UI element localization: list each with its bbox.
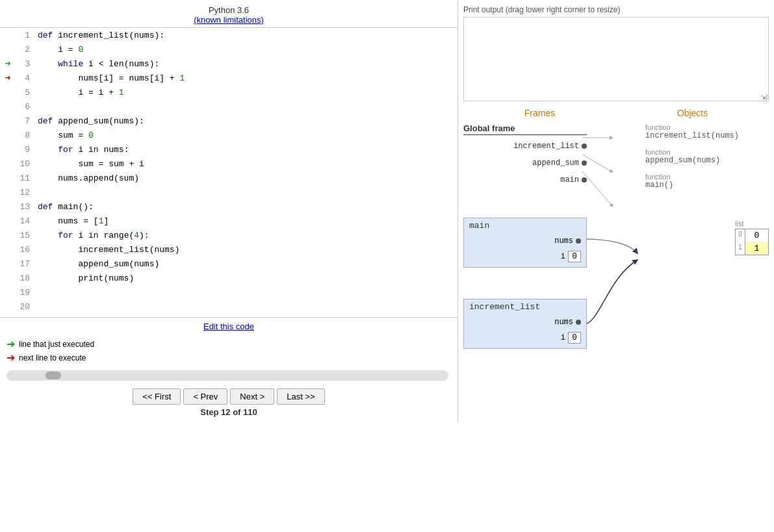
main-frame-title: main (469, 221, 581, 231)
line-code-8: sum = 0 (35, 128, 458, 142)
visualization-area: Global frame increment_list append_sum m… (463, 123, 769, 417)
line-arrow-13 (0, 199, 16, 214)
line-arrow-11 (0, 171, 16, 185)
code-area: 1def increment_list(nums):2 i = 0➔3 whil… (0, 27, 458, 318)
global-dot-1 (582, 160, 587, 166)
line-code-20 (35, 299, 458, 314)
line-arrow-3: ➔ (0, 57, 16, 71)
line-code-10: sum = sum + i (35, 157, 458, 171)
object-item-2: function main() (645, 173, 769, 190)
line-code-13: def main(): (35, 199, 458, 214)
line-num-17: 17 (16, 257, 35, 271)
line-num-8: 8 (16, 128, 35, 142)
global-var-append-sum: append_sum (532, 158, 579, 168)
scrollbar-track[interactable] (6, 370, 448, 381)
global-frame-row-0: increment_list (463, 138, 587, 155)
object-item-0: function increment_list(nums) (645, 123, 769, 140)
obj-type-1: function (645, 148, 769, 156)
legend-green: ➔ line that just executed (6, 338, 451, 350)
list-value-1: 1 (745, 242, 768, 255)
main-nums-dot (576, 238, 581, 244)
line-arrow-19 (0, 285, 16, 299)
line-code-12 (35, 185, 458, 199)
main-var-i-value: 0 (568, 251, 581, 262)
line-code-2: i = 0 (35, 42, 458, 57)
green-legend-label: line that just executed (19, 340, 94, 349)
main-frame-box: main nums i 0 (463, 218, 587, 268)
python-title: Python 3.6 (known limitations) (0, 0, 458, 27)
global-frame-row-2: main (463, 171, 587, 188)
list-value-0: 0 (745, 229, 768, 242)
edit-this-code-link[interactable]: Edit this code (203, 322, 254, 331)
scrollbar-area (0, 368, 458, 383)
global-frame-box: Global frame increment_list append_sum m… (463, 123, 587, 188)
limitations-link[interactable]: (known limitations) (194, 15, 264, 25)
line-num-6: 6 (16, 99, 35, 114)
green-arrow-icon: ➔ (6, 338, 15, 350)
resize-handle-icon[interactable]: ↘ (760, 93, 767, 99)
frames-objects: Frames Objects (463, 108, 769, 417)
frames-label: Frames (524, 108, 555, 118)
print-output-label: Print output (drag lower right corner to… (463, 5, 769, 14)
line-code-19 (35, 285, 458, 299)
line-arrow-5 (0, 85, 16, 99)
scrollbar-thumb[interactable] (45, 372, 61, 379)
inc-frame-box: increment_list nums i 0 (463, 299, 587, 349)
edit-link-container: Edit this code (0, 318, 458, 335)
global-var-increment-list: increment_list (513, 142, 579, 151)
last-button[interactable]: Last >> (277, 388, 324, 405)
next-button[interactable]: Next > (230, 388, 274, 405)
list-type-label: list (735, 220, 769, 227)
line-num-13: 13 (16, 199, 35, 214)
line-num-20: 20 (16, 299, 35, 314)
line-num-5: 5 (16, 85, 35, 99)
red-legend-label: next line to execute (19, 353, 86, 362)
line-code-16: increment_list(nums) (35, 242, 458, 257)
obj-name-1: append_sum(nums) (645, 156, 769, 165)
line-code-9: for i in nums: (35, 142, 458, 157)
line-arrow-7 (0, 114, 16, 128)
line-num-16: 16 (16, 242, 35, 257)
line-arrow-16 (0, 242, 16, 257)
line-arrow-21 (0, 314, 16, 318)
inc-var-i-label: i (561, 333, 565, 342)
obj-type-2: function (645, 173, 769, 181)
inc-frame-title: increment_list (469, 302, 581, 312)
global-frame-title: Global frame (463, 123, 587, 135)
line-num-4: 4 (16, 71, 35, 85)
line-arrow-8 (0, 128, 16, 142)
line-num-11: 11 (16, 171, 35, 185)
svg-line-1 (582, 155, 613, 172)
line-code-18: print(nums) (35, 271, 458, 285)
first-button[interactable]: << First (133, 388, 181, 405)
main-var-i-label: i (561, 252, 565, 261)
line-arrow-18 (0, 271, 16, 285)
green-arrow-icon: ➔ (5, 58, 11, 70)
line-num-18: 18 (16, 271, 35, 285)
line-code-6 (35, 99, 458, 114)
line-num-19: 19 (16, 285, 35, 299)
line-arrow-20 (0, 299, 16, 314)
legend-red: ➔ next line to execute (6, 351, 451, 364)
global-dot-0 (582, 144, 587, 149)
line-code-14: nums = [1] (35, 214, 458, 228)
main-var-nums-label: nums (554, 236, 573, 246)
red-arrow-icon: ➔ (6, 351, 15, 364)
obj-name-0: increment_list(nums) (645, 131, 769, 140)
prev-button[interactable]: < Prev (183, 388, 227, 405)
line-arrow-17 (0, 257, 16, 271)
list-index-0: 0 (736, 229, 745, 242)
line-code-5: i = i + 1 (35, 85, 458, 99)
main-var-i-row: i 0 (469, 249, 581, 264)
svg-line-2 (582, 171, 613, 207)
line-arrow-10 (0, 157, 16, 171)
line-arrow-2 (0, 42, 16, 57)
print-output-box[interactable]: ↘ (463, 17, 769, 101)
line-code-1: def increment_list(nums): (35, 28, 458, 42)
legend: ➔ line that just executed ➔ next line to… (0, 335, 458, 368)
objects-label: Objects (677, 108, 708, 118)
line-code-11: nums.append(sum) (35, 171, 458, 185)
list-index-1: 1 (736, 242, 745, 255)
line-num-3: 3 (16, 57, 35, 71)
frames-objects-header: Frames Objects (463, 108, 769, 118)
